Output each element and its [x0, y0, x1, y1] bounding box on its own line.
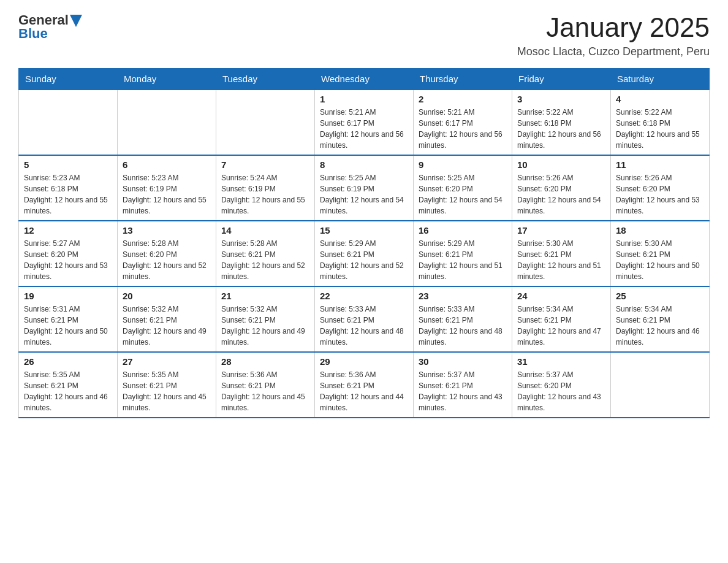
- day-info: Sunrise: 5:36 AMSunset: 6:21 PMDaylight:…: [320, 369, 408, 413]
- day-info: Sunrise: 5:21 AMSunset: 6:17 PMDaylight:…: [419, 107, 507, 151]
- calendar-cell: 25Sunrise: 5:34 AMSunset: 6:21 PMDayligh…: [611, 286, 710, 352]
- day-info: Sunrise: 5:26 AMSunset: 6:20 PMDaylight:…: [517, 172, 605, 216]
- day-number: 14: [221, 225, 309, 236]
- calendar-cell: 15Sunrise: 5:29 AMSunset: 6:21 PMDayligh…: [315, 221, 414, 286]
- calendar-week-2: 5Sunrise: 5:23 AMSunset: 6:18 PMDaylight…: [19, 155, 710, 221]
- calendar-cell: 6Sunrise: 5:23 AMSunset: 6:19 PMDaylight…: [118, 155, 216, 221]
- day-info: Sunrise: 5:31 AMSunset: 6:21 PMDaylight:…: [24, 304, 112, 348]
- calendar-cell: 30Sunrise: 5:37 AMSunset: 6:21 PMDayligh…: [414, 352, 512, 418]
- day-info: Sunrise: 5:30 AMSunset: 6:21 PMDaylight:…: [616, 238, 704, 282]
- day-info: Sunrise: 5:35 AMSunset: 6:21 PMDaylight:…: [24, 369, 112, 413]
- day-info: Sunrise: 5:30 AMSunset: 6:21 PMDaylight:…: [517, 238, 605, 282]
- day-info: Sunrise: 5:35 AMSunset: 6:21 PMDaylight:…: [123, 369, 211, 413]
- calendar-cell: 26Sunrise: 5:35 AMSunset: 6:21 PMDayligh…: [19, 352, 118, 418]
- column-header-friday: Friday: [512, 69, 611, 90]
- day-number: 30: [419, 356, 507, 367]
- calendar-week-1: 1Sunrise: 5:21 AMSunset: 6:17 PMDaylight…: [19, 90, 710, 155]
- day-number: 19: [24, 291, 112, 301]
- day-number: 24: [517, 291, 605, 301]
- day-info: Sunrise: 5:36 AMSunset: 6:21 PMDaylight:…: [221, 369, 309, 413]
- main-title: January 2025: [517, 12, 710, 43]
- day-info: Sunrise: 5:29 AMSunset: 6:21 PMDaylight:…: [320, 238, 408, 282]
- calendar-cell: 13Sunrise: 5:28 AMSunset: 6:20 PMDayligh…: [118, 221, 216, 286]
- calendar-header-row: SundayMondayTuesdayWednesdayThursdayFrid…: [19, 69, 710, 90]
- column-header-thursday: Thursday: [414, 69, 512, 90]
- day-number: 6: [123, 159, 211, 170]
- day-number: 18: [616, 225, 704, 236]
- day-number: 25: [616, 291, 704, 301]
- day-info: Sunrise: 5:25 AMSunset: 6:20 PMDaylight:…: [419, 172, 507, 216]
- day-info: Sunrise: 5:26 AMSunset: 6:20 PMDaylight:…: [616, 172, 704, 216]
- svg-marker-0: [70, 15, 82, 27]
- day-number: 31: [517, 356, 605, 367]
- calendar-cell: 23Sunrise: 5:33 AMSunset: 6:21 PMDayligh…: [414, 286, 512, 352]
- calendar-cell: 4Sunrise: 5:22 AMSunset: 6:18 PMDaylight…: [611, 90, 710, 155]
- day-number: 8: [320, 159, 408, 170]
- calendar-cell: 31Sunrise: 5:37 AMSunset: 6:20 PMDayligh…: [512, 352, 611, 418]
- day-number: 13: [123, 225, 211, 236]
- title-section: January 2025 Mosoc Llacta, Cuzco Departm…: [517, 12, 710, 58]
- calendar-week-4: 19Sunrise: 5:31 AMSunset: 6:21 PMDayligh…: [19, 286, 710, 352]
- day-info: Sunrise: 5:34 AMSunset: 6:21 PMDaylight:…: [517, 304, 605, 348]
- calendar-cell: 3Sunrise: 5:22 AMSunset: 6:18 PMDaylight…: [512, 90, 611, 155]
- calendar-cell: 10Sunrise: 5:26 AMSunset: 6:20 PMDayligh…: [512, 155, 611, 221]
- column-header-monday: Monday: [118, 69, 216, 90]
- day-info: Sunrise: 5:34 AMSunset: 6:21 PMDaylight:…: [616, 304, 704, 348]
- day-info: Sunrise: 5:24 AMSunset: 6:19 PMDaylight:…: [221, 172, 309, 216]
- day-info: Sunrise: 5:33 AMSunset: 6:21 PMDaylight:…: [419, 304, 507, 348]
- calendar-week-5: 26Sunrise: 5:35 AMSunset: 6:21 PMDayligh…: [19, 352, 710, 418]
- day-number: 20: [123, 291, 211, 301]
- calendar-cell: 17Sunrise: 5:30 AMSunset: 6:21 PMDayligh…: [512, 221, 611, 286]
- calendar-cell: [611, 352, 710, 418]
- day-number: 1: [320, 94, 408, 104]
- calendar-cell: 24Sunrise: 5:34 AMSunset: 6:21 PMDayligh…: [512, 286, 611, 352]
- calendar-cell: 18Sunrise: 5:30 AMSunset: 6:21 PMDayligh…: [611, 221, 710, 286]
- day-number: 5: [24, 159, 112, 170]
- day-number: 12: [24, 225, 112, 236]
- day-number: 4: [616, 94, 704, 104]
- day-info: Sunrise: 5:23 AMSunset: 6:18 PMDaylight:…: [24, 172, 112, 216]
- calendar-cell: 19Sunrise: 5:31 AMSunset: 6:21 PMDayligh…: [19, 286, 118, 352]
- calendar-cell: 9Sunrise: 5:25 AMSunset: 6:20 PMDaylight…: [414, 155, 512, 221]
- day-info: Sunrise: 5:33 AMSunset: 6:21 PMDaylight:…: [320, 304, 408, 348]
- day-number: 27: [123, 356, 211, 367]
- day-number: 21: [221, 291, 309, 301]
- calendar-cell: 27Sunrise: 5:35 AMSunset: 6:21 PMDayligh…: [118, 352, 216, 418]
- calendar-table: SundayMondayTuesdayWednesdayThursdayFrid…: [18, 68, 710, 418]
- calendar-cell: 7Sunrise: 5:24 AMSunset: 6:19 PMDaylight…: [216, 155, 315, 221]
- day-number: 28: [221, 356, 309, 367]
- calendar-cell: 12Sunrise: 5:27 AMSunset: 6:20 PMDayligh…: [19, 221, 118, 286]
- day-info: Sunrise: 5:25 AMSunset: 6:19 PMDaylight:…: [320, 172, 408, 216]
- column-header-sunday: Sunday: [19, 69, 118, 90]
- day-number: 3: [517, 94, 605, 104]
- logo-triangle-icon: [70, 15, 82, 27]
- calendar-cell: 2Sunrise: 5:21 AMSunset: 6:17 PMDaylight…: [414, 90, 512, 155]
- column-header-wednesday: Wednesday: [315, 69, 414, 90]
- day-info: Sunrise: 5:21 AMSunset: 6:17 PMDaylight:…: [320, 107, 408, 151]
- day-info: Sunrise: 5:28 AMSunset: 6:21 PMDaylight:…: [221, 238, 309, 282]
- page-header: General Blue January 2025 Mosoc Llacta, …: [18, 12, 710, 58]
- column-header-saturday: Saturday: [611, 69, 710, 90]
- day-info: Sunrise: 5:32 AMSunset: 6:21 PMDaylight:…: [123, 304, 211, 348]
- day-number: 15: [320, 225, 408, 236]
- day-number: 7: [221, 159, 309, 170]
- calendar-cell: 8Sunrise: 5:25 AMSunset: 6:19 PMDaylight…: [315, 155, 414, 221]
- day-number: 16: [419, 225, 507, 236]
- day-info: Sunrise: 5:23 AMSunset: 6:19 PMDaylight:…: [123, 172, 211, 216]
- day-info: Sunrise: 5:27 AMSunset: 6:20 PMDaylight:…: [24, 238, 112, 282]
- calendar-cell: 20Sunrise: 5:32 AMSunset: 6:21 PMDayligh…: [118, 286, 216, 352]
- day-number: 29: [320, 356, 408, 367]
- calendar-cell: 22Sunrise: 5:33 AMSunset: 6:21 PMDayligh…: [315, 286, 414, 352]
- calendar-week-3: 12Sunrise: 5:27 AMSunset: 6:20 PMDayligh…: [19, 221, 710, 286]
- calendar-cell: 16Sunrise: 5:29 AMSunset: 6:21 PMDayligh…: [414, 221, 512, 286]
- day-number: 11: [616, 159, 704, 170]
- calendar-cell: 5Sunrise: 5:23 AMSunset: 6:18 PMDaylight…: [19, 155, 118, 221]
- day-number: 26: [24, 356, 112, 367]
- calendar-cell: 11Sunrise: 5:26 AMSunset: 6:20 PMDayligh…: [611, 155, 710, 221]
- day-info: Sunrise: 5:37 AMSunset: 6:20 PMDaylight:…: [517, 369, 605, 413]
- day-number: 9: [419, 159, 507, 170]
- calendar-cell: 28Sunrise: 5:36 AMSunset: 6:21 PMDayligh…: [216, 352, 315, 418]
- logo: General Blue: [18, 12, 82, 42]
- calendar-cell: 14Sunrise: 5:28 AMSunset: 6:21 PMDayligh…: [216, 221, 315, 286]
- logo-blue: Blue: [18, 26, 48, 42]
